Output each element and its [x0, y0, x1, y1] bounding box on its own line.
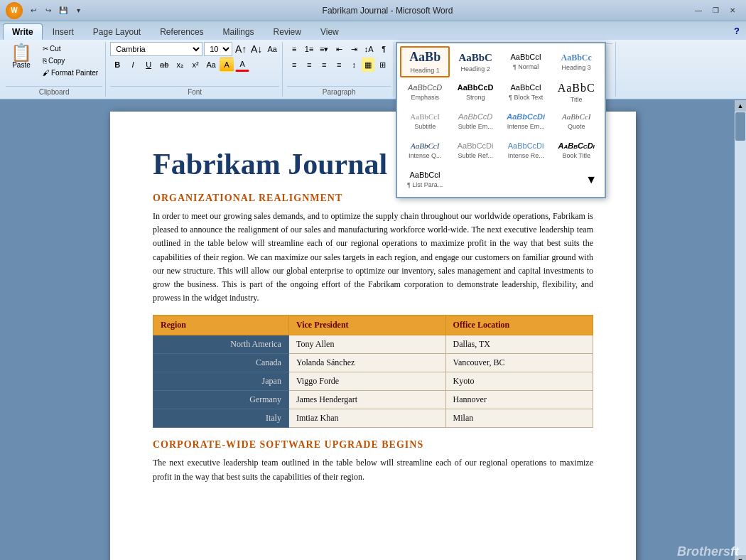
align-left-button[interactable]: ≡	[287, 58, 301, 72]
table-cell-region-2: Japan	[153, 372, 289, 391]
save-button[interactable]: 💾	[57, 4, 70, 17]
style-heading3[interactable]: AaBbCc Heading 3	[551, 46, 601, 77]
style-emphasis[interactable]: AaBbCcD Emphasis	[400, 78, 450, 107]
redo-button[interactable]: ↪	[42, 4, 55, 17]
table-cell-office-2: Kyoto	[445, 372, 593, 391]
line-spacing-button[interactable]: ↕	[347, 58, 361, 72]
tab-insert[interactable]: Insert	[43, 23, 83, 40]
style-strong[interactable]: AaBbCcD Strong	[450, 78, 500, 107]
italic-button[interactable]: I	[126, 58, 140, 72]
tab-review[interactable]: Review	[264, 23, 310, 40]
style-heading1[interactable]: AaBb Heading 1	[400, 46, 450, 77]
style-list-para[interactable]: AaBbCcI ¶ List Para...	[400, 166, 450, 194]
style-intense-quote[interactable]: AaBbCcI Intense Q...	[400, 136, 450, 165]
style-book-title[interactable]: AaBbCcDi Book Title	[551, 136, 601, 165]
style-normal[interactable]: AaBbCcI ¶ Normal	[501, 46, 551, 77]
increase-indent-button[interactable]: ⇥	[347, 42, 361, 56]
font-label: Font	[110, 86, 279, 97]
decrease-font-button[interactable]: A↓	[249, 42, 264, 56]
title-bar: W ↩ ↪ 💾 ▾ Fabrikam Journal - Microsoft W…	[0, 0, 746, 21]
style-heading2[interactable]: AaBbC Heading 2	[450, 46, 500, 77]
scroll-up-button[interactable]: ▲	[735, 100, 746, 112]
table-cell-region-4: Italy	[153, 409, 289, 428]
clear-format-button[interactable]: Aa	[265, 42, 279, 56]
style-strong-name: Strong	[466, 94, 485, 101]
bullets-button[interactable]: ≡	[287, 42, 301, 56]
font-size-select[interactable]: 10	[204, 42, 232, 56]
superscript-button[interactable]: x²	[188, 58, 202, 72]
tab-page-layout[interactable]: Page Layout	[84, 23, 150, 40]
align-center-button[interactable]: ≡	[302, 58, 316, 72]
title-bar-left: W ↩ ↪ 💾 ▾	[6, 2, 85, 19]
table-row: Canada Yolanda Sánchez Vancouver, BC	[153, 354, 593, 372]
table-cell-region-1: Canada	[153, 354, 289, 372]
style-block-text[interactable]: AaBbCcI ¶ Block Text	[501, 78, 551, 107]
style-subtitle-name: Subtitle	[414, 123, 436, 130]
style-title[interactable]: AaBbC Title	[551, 78, 601, 107]
scroll-thumb[interactable]	[735, 112, 745, 141]
numbering-button[interactable]: 1≡	[302, 42, 316, 56]
style-subtle-em-preview: AaBbCcD	[458, 112, 492, 122]
font-color-button[interactable]: A	[235, 58, 249, 72]
underline-button[interactable]: U	[141, 58, 156, 72]
watermark: Brothersft	[677, 544, 739, 559]
tab-references[interactable]: References	[151, 23, 212, 40]
tab-view[interactable]: View	[311, 23, 348, 40]
subscript-button[interactable]: x₂	[173, 58, 187, 72]
decrease-indent-button[interactable]: ⇤	[332, 42, 346, 56]
style-subtitle[interactable]: AaBbCcI Subtitle	[400, 107, 450, 136]
format-painter-button[interactable]: 🖌 Format Painter	[40, 68, 101, 78]
highlight-color-button[interactable]: A	[220, 58, 234, 72]
styles-scroll-down[interactable]: ▼	[584, 173, 598, 187]
main-content: Fabrikam Journal Organizational Realignm…	[0, 100, 746, 560]
style-subtitle-preview: AaBbCcI	[410, 112, 440, 122]
sort-button[interactable]: ↕A	[362, 42, 376, 56]
show-marks-button[interactable]: ¶	[377, 42, 391, 56]
undo-button[interactable]: ↩	[27, 4, 40, 17]
style-intense-em-name: Intense Em...	[507, 123, 545, 130]
font-row2: B I U ab x₂ x² Aa A A	[110, 58, 279, 72]
style-block-text-name: ¶ Block Text	[509, 94, 543, 101]
table-row: Italy Imtiaz Khan Milan	[153, 409, 593, 428]
vertical-scrollbar[interactable]: ▲ ▼	[735, 100, 746, 560]
justify-button[interactable]: ≡	[332, 58, 346, 72]
style-subtle-ref-name: Subtle Ref...	[458, 152, 493, 159]
text-effects-button[interactable]: Aa	[204, 58, 218, 72]
style-quote[interactable]: AaBbCcI Quote	[551, 107, 601, 136]
style-intense-em[interactable]: AaBbCcDi Intense Em...	[501, 107, 551, 136]
style-emphasis-name: Emphasis	[411, 94, 439, 101]
increase-font-button[interactable]: A↑	[234, 42, 248, 56]
style-book-title-name: Book Title	[562, 152, 590, 159]
dropdown-arrow[interactable]: ▾	[72, 4, 85, 17]
font-family-select[interactable]: Cambria	[110, 42, 202, 56]
copy-button[interactable]: ⎘ Copy	[40, 55, 101, 66]
style-block-text-preview: AaBbCcI	[510, 83, 541, 92]
align-right-button[interactable]: ≡	[317, 58, 331, 72]
tab-mailings[interactable]: Mailings	[214, 23, 264, 40]
style-subtle-em[interactable]: AaBbCcD Subtle Em...	[450, 107, 500, 136]
style-intense-ref[interactable]: AaBbCcDi Intense Re...	[501, 136, 551, 165]
table-cell-vp-1: Yolanda Sánchez	[288, 354, 445, 372]
minimize-button[interactable]: —	[691, 4, 706, 17]
tab-write[interactable]: Write	[3, 23, 43, 40]
scroll-track[interactable]	[735, 112, 746, 555]
paste-button[interactable]: 📋 Paste	[6, 42, 37, 71]
table-cell-office-0: Dallas, TX	[445, 335, 593, 354]
paragraph-label: Paragraph	[287, 86, 391, 97]
strikethrough-button[interactable]: ab	[157, 58, 171, 72]
multilevel-list-button[interactable]: ≡▾	[317, 42, 331, 56]
table-body: North America Tony Allen Dallas, TX Cana…	[153, 335, 593, 428]
close-button[interactable]: ✕	[725, 4, 740, 17]
bold-button[interactable]: B	[110, 58, 124, 72]
borders-button[interactable]: ⊞	[375, 58, 389, 72]
style-list-para-preview: AaBbCcI	[409, 171, 440, 180]
style-subtle-ref[interactable]: AaBbCcDi Subtle Ref...	[450, 136, 500, 165]
shading-button[interactable]: ▦	[362, 58, 374, 72]
style-heading2-name: Heading 2	[461, 65, 490, 72]
help-button[interactable]: ?	[730, 24, 743, 37]
cut-button[interactable]: ✂ Cut	[40, 43, 101, 54]
style-title-name: Title	[571, 96, 583, 103]
table-row: Japan Viggo Forde Kyoto	[153, 372, 593, 391]
table-cell-vp-0: Tony Allen	[288, 335, 445, 354]
maximize-button[interactable]: ❐	[708, 4, 723, 17]
